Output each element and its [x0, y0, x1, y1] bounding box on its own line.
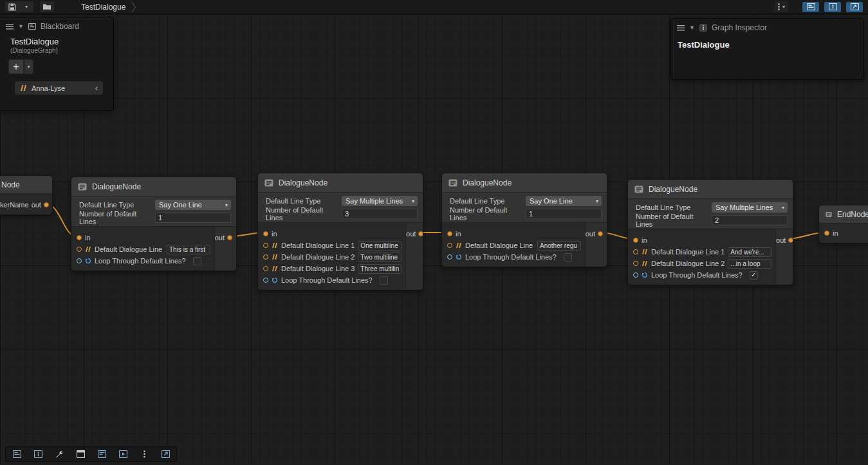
loop-checkbox[interactable] — [193, 257, 201, 265]
play-panel-icon — [119, 450, 127, 458]
dialogue-line-port[interactable] — [263, 243, 268, 248]
property-row: Default Line Type Say One Line ▾ — [79, 200, 231, 210]
in-port[interactable] — [77, 235, 82, 240]
dialogue-node-1[interactable]: DialogueNode Default Line Type Say One L… — [71, 176, 237, 271]
dialogue-line-label: Default Dialogue Line 2 — [651, 260, 725, 267]
loop-row: Loop Through Default Lines? ✓ — [628, 269, 775, 281]
end-node[interactable]: EndNode in — [818, 205, 868, 243]
dialogue-line-field[interactable]: One multiline — [358, 241, 402, 251]
add-field-dropdown[interactable]: ▾ — [24, 59, 33, 74]
hamburger-icon[interactable] — [677, 25, 685, 31]
add-field-button[interactable]: + — [8, 59, 24, 74]
in-port[interactable] — [447, 231, 452, 236]
dialogue-line-port[interactable] — [77, 247, 82, 252]
dialogue-line-field[interactable]: Three multilin — [358, 264, 402, 274]
in-port[interactable] — [824, 231, 829, 236]
loop-checkbox[interactable] — [380, 276, 388, 285]
loop-port[interactable] — [77, 258, 82, 263]
open-asset-button[interactable] — [40, 1, 54, 12]
num-lines-field[interactable]: 2 — [712, 215, 788, 225]
dialogue-line-port[interactable] — [633, 261, 638, 266]
graph-inspector-title: Graph Inspector — [712, 23, 767, 32]
blackboard-panel-button[interactable] — [9, 448, 24, 460]
line-type-label: Default Line Type — [450, 197, 526, 205]
line-type-dropdown[interactable]: Say One Line ▾ — [526, 196, 602, 206]
node-title-bar[interactable]: DialogueNode — [442, 173, 607, 193]
dialogue-line-port[interactable] — [633, 249, 638, 254]
loop-port[interactable] — [447, 254, 452, 260]
blackboard-toggle-button[interactable] — [802, 2, 819, 12]
board-button[interactable] — [94, 448, 109, 460]
node-title-bar[interactable]: Node — [0, 176, 52, 194]
num-lines-field[interactable]: 1 — [155, 213, 231, 223]
dialogue-line-field[interactable]: This is a first — [167, 245, 210, 254]
breadcrumb[interactable]: TestDialogue — [81, 2, 136, 12]
line-type-dropdown[interactable]: Say Multiple Lines ▾ — [712, 202, 788, 213]
options-menu-button[interactable]: ▾ — [775, 1, 788, 12]
node-title: EndNode — [837, 210, 868, 219]
in-port[interactable] — [263, 231, 268, 236]
dialogue-node-3[interactable]: DialogueNode Default Line Type Say One L… — [441, 173, 607, 267]
loop-row: Loop Through Default Lines? — [442, 251, 585, 263]
dialogue-line-row: Default Dialogue Line Another regu — [442, 240, 585, 251]
dialogue-line-field[interactable]: ...in a loop — [728, 259, 771, 269]
out-port[interactable] — [598, 231, 603, 236]
node-ports: in — [819, 223, 868, 243]
blackboard-header[interactable]: ▼ Blackboard — [0, 17, 113, 33]
out-port[interactable] — [44, 202, 49, 207]
settings-button[interactable] — [51, 448, 67, 460]
node-title-bar[interactable]: DialogueNode — [628, 180, 793, 199]
dialogue-line-label: Default Dialogue Line 1 — [281, 242, 355, 249]
blackboard-field[interactable]: Anna-Lyse ‹ — [14, 81, 104, 95]
dialogue-line-port[interactable] — [263, 254, 268, 260]
out-port[interactable] — [788, 238, 793, 243]
collapse-caret-icon[interactable]: ▼ — [18, 24, 24, 30]
dialogue-node-4[interactable]: DialogueNode Default Line Type Say Multi… — [627, 179, 793, 285]
loop-port[interactable] — [263, 278, 268, 283]
inspector-toggle-button[interactable] — [824, 2, 841, 12]
open-external-window-button[interactable] — [158, 448, 173, 460]
property-row: Default Line Type Say One Line ▾ — [450, 196, 602, 206]
collapse-caret-icon[interactable]: ▼ — [689, 25, 695, 31]
more-options-button[interactable] — [136, 448, 152, 460]
play-panel-button[interactable] — [115, 448, 131, 460]
loop-checkbox[interactable] — [564, 253, 572, 261]
dialogue-line-field[interactable]: Two multiline — [358, 252, 402, 262]
dialogue-node-2[interactable]: DialogueNode Default Line Type Say Multi… — [257, 173, 423, 290]
property-row: Default Line Type Say Multiple Lines ▾ — [636, 202, 788, 213]
in-port[interactable] — [633, 238, 638, 243]
node-title: DialogueNode — [92, 182, 141, 191]
line-type-dropdown[interactable]: Say One Line ▾ — [155, 200, 231, 210]
inspector-panel-button[interactable] — [30, 448, 46, 460]
out-port[interactable] — [418, 231, 423, 236]
window-button[interactable] — [73, 448, 88, 460]
dialogue-line-port[interactable] — [447, 243, 452, 248]
node-title-bar[interactable]: DialogueNode — [258, 173, 423, 193]
num-lines-field[interactable]: 3 — [342, 209, 418, 219]
speaker-node[interactable]: Node kerName out — [0, 175, 53, 215]
node-title-bar[interactable]: DialogueNode — [71, 177, 236, 196]
hamburger-icon[interactable] — [6, 24, 14, 30]
loop-checkbox[interactable]: ✓ — [750, 271, 758, 280]
preview-toggle-button[interactable] — [846, 2, 863, 12]
quote-icon — [642, 249, 648, 254]
blackboard-graph-type: (DialogueGraph) — [10, 47, 113, 54]
property-row: Number of Default Lines 1 — [79, 213, 231, 223]
breadcrumb-item[interactable]: TestDialogue — [81, 3, 125, 12]
save-dropdown-button[interactable]: ▾ — [19, 1, 33, 12]
out-port[interactable] — [227, 235, 232, 240]
node-title-bar[interactable]: EndNode — [819, 205, 868, 223]
dialogue-line-field[interactable]: Another regu — [537, 241, 581, 251]
node-title: DialogueNode — [279, 178, 328, 187]
dialogue-line-field[interactable]: And we're... — [728, 247, 771, 257]
line-type-dropdown[interactable]: Say Multiple Lines ▾ — [342, 196, 418, 206]
in-port-label: in — [85, 234, 91, 242]
num-lines-field[interactable]: 1 — [526, 209, 602, 219]
expand-chevron-icon[interactable]: ‹ — [95, 84, 98, 92]
graph-inspector-header[interactable]: ▼ Graph Inspector — [671, 19, 863, 35]
in-port-label: in — [456, 230, 461, 238]
save-button[interactable] — [5, 1, 19, 12]
loop-port[interactable] — [633, 272, 638, 278]
property-row: Number of Default Lines 3 — [266, 209, 418, 219]
dialogue-line-port[interactable] — [263, 266, 268, 271]
